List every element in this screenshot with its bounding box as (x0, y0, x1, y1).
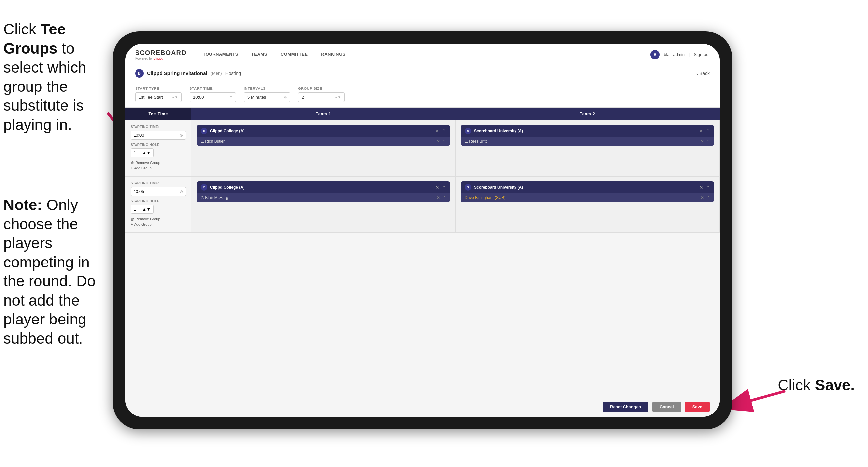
team1-expand-btn-1[interactable]: ⌃ (442, 128, 446, 133)
start-type-input[interactable]: 1st Tee Start ▲▼ (135, 92, 182, 102)
nav-links: TOURNAMENTS TEAMS COMMITTEE RANKINGS (196, 44, 650, 65)
group-size-input[interactable]: 2 ▲▼ (298, 92, 345, 102)
intervals-input[interactable]: 5 Minutes ⊙ (244, 92, 290, 102)
cancel-button[interactable]: Cancel (652, 402, 681, 412)
tee-side-panel-2: STARTING TIME: 10:05 ⊙ STARTING HOLE: 1 … (125, 177, 191, 232)
tee-group-row-2: STARTING TIME: 10:05 ⊙ STARTING HOLE: 1 … (125, 177, 720, 233)
breadcrumb: B Clippd Spring Invitational (Men) Hosti… (135, 69, 241, 78)
tee-group-row: STARTING TIME: 10:00 ⊙ STARTING HOLE: 1 … (125, 120, 720, 177)
start-type-stepper[interactable]: ▲▼ (171, 96, 178, 99)
team1-remove-btn-2[interactable]: ✕ (435, 185, 439, 189)
player-actions-2-2: ✕ ⌃ (701, 195, 710, 200)
team2-expand-btn-1[interactable]: ⌃ (706, 128, 710, 133)
team2-actions-1: ✕ ⌃ (700, 128, 710, 133)
breadcrumb-icon: B (135, 69, 144, 78)
starting-time-input-2[interactable]: 10:05 ⊙ (130, 187, 186, 196)
logo-powered: Powered by clippd (135, 57, 186, 60)
tee-table: Tee Time Team 1 Team 2 STARTING TIME: 10… (125, 108, 720, 397)
plus-icon: + (130, 166, 132, 170)
player-expand-icon[interactable]: ⌃ (443, 195, 446, 200)
start-time-label: Start Time (189, 87, 236, 90)
team1-card-header-2: C Clippd College (A) ✕ ⌃ (197, 181, 450, 193)
player-actions-1-1: ✕ ⌃ (437, 139, 446, 144)
player-expand-icon[interactable]: ⌃ (707, 195, 710, 200)
navbar: SCOREBOARD Powered by clippd TOURNAMENTS… (125, 44, 720, 65)
starting-time-input-1[interactable]: 10:00 ⊙ (130, 130, 186, 140)
instruction-top: Click Tee Groups to select which group t… (3, 20, 109, 134)
time-clock-icon: ⊙ (180, 133, 183, 138)
footer: Reset Changes Cancel Save (125, 397, 720, 417)
starting-hole-label-2: STARTING HOLE: (130, 199, 186, 203)
team2-panel-2: S Scoreboard University (A) ✕ ⌃ Dave Bil… (456, 177, 720, 232)
reset-changes-button[interactable]: Reset Changes (602, 402, 648, 412)
player-expand-icon[interactable]: ⌃ (443, 139, 446, 144)
starting-hole-input-2[interactable]: 1 ▲▼ (130, 205, 154, 214)
team2-expand-btn-2[interactable]: ⌃ (706, 185, 710, 189)
nav-tournaments[interactable]: TOURNAMENTS (196, 44, 245, 65)
player-remove-icon[interactable]: ✕ (437, 195, 440, 200)
add-group-button-2[interactable]: + Add Group (130, 223, 186, 226)
player-row: 1. Rich Butler ✕ ⌃ (197, 137, 450, 146)
team1-expand-btn-2[interactable]: ⌃ (442, 185, 446, 189)
starting-hole-label-1: STARTING HOLE: (130, 143, 186, 146)
trash-icon-2: 🗑 (130, 217, 134, 221)
nav-rankings[interactable]: RANKINGS (314, 44, 352, 65)
group-size-stepper[interactable]: ▲▼ (334, 96, 341, 99)
player-name-1-2: 2. Blair McHarg (201, 195, 434, 200)
remove-group-button-2[interactable]: 🗑 Remove Group (130, 217, 186, 221)
trash-icon: 🗑 (130, 161, 134, 165)
plus-icon-2: + (130, 223, 132, 226)
player-expand-icon[interactable]: ⌃ (707, 139, 710, 144)
team2-name-2: Scoreboard University (A) (474, 185, 697, 189)
team2-icon-1: S (465, 127, 471, 134)
start-type-group: Start Type 1st Tee Start ▲▼ (135, 87, 182, 102)
player-name-2-1: 1. Rees Britt (465, 139, 698, 144)
table-header: Tee Time Team 1 Team 2 (125, 108, 720, 120)
nav-committee[interactable]: COMMITTEE (274, 44, 315, 65)
player-remove-icon[interactable]: ✕ (437, 139, 440, 144)
team2-card-header-1: S Scoreboard University (A) ✕ ⌃ (461, 125, 714, 137)
player-remove-icon[interactable]: ✕ (701, 139, 704, 144)
col-team1: Team 1 (191, 108, 456, 120)
hole-stepper-2[interactable]: ▲▼ (142, 207, 151, 212)
start-time-stepper[interactable]: ⊙ (229, 96, 232, 99)
col-team2: Team 2 (456, 108, 720, 120)
hole-stepper-1[interactable]: ▲▼ (142, 150, 151, 155)
start-time-input[interactable]: 10:00 ⊙ (189, 92, 236, 102)
team2-name-1: Scoreboard University (A) (474, 128, 697, 133)
team1-panel-2: C Clippd College (A) ✕ ⌃ 2. Blair McHarg (191, 177, 456, 232)
player-remove-icon[interactable]: ✕ (701, 195, 704, 200)
starting-hole-input-1[interactable]: 1 ▲▼ (130, 148, 154, 157)
team2-remove-btn-2[interactable]: ✕ (700, 185, 703, 189)
player-actions-1-2: ✕ ⌃ (437, 195, 446, 200)
player-name-2-2: Dave Billingham (SUB) (465, 195, 698, 200)
tablet-device: SCOREBOARD Powered by clippd TOURNAMENTS… (113, 31, 732, 429)
user-avatar: B (650, 50, 660, 59)
tablet-screen: SCOREBOARD Powered by clippd TOURNAMENTS… (125, 44, 720, 417)
team2-card-1: S Scoreboard University (A) ✕ ⌃ 1. Rees … (461, 125, 714, 146)
player-row: 1. Rees Britt ✕ ⌃ (461, 137, 714, 146)
user-name: blair admin (663, 52, 685, 57)
tournament-gender: (Men) (211, 70, 222, 76)
intervals-stepper[interactable]: ⊙ (284, 96, 286, 99)
intervals-label: Intervals (244, 87, 290, 90)
tee-side-panel-1: STARTING TIME: 10:00 ⊙ STARTING HOLE: 1 … (125, 120, 191, 176)
save-button[interactable]: Save (685, 402, 710, 412)
team1-name-1: Clippd College (A) (210, 128, 433, 133)
team1-actions-1: ✕ ⌃ (435, 128, 446, 133)
team1-remove-btn-1[interactable]: ✕ (435, 128, 439, 133)
hosting-label: Hosting (225, 70, 241, 76)
team1-panel-1: C Clippd College (A) ✕ ⌃ 1. Rich Butler (191, 120, 456, 176)
player-actions-2-1: ✕ ⌃ (701, 139, 710, 144)
team2-actions-2: ✕ ⌃ (700, 185, 710, 189)
team2-remove-btn-1[interactable]: ✕ (700, 128, 703, 133)
group-size-label: Group Size (298, 87, 345, 90)
intervals-group: Intervals 5 Minutes ⊙ (244, 87, 290, 102)
sign-out-link[interactable]: Sign out (694, 52, 710, 57)
nav-teams[interactable]: TEAMS (245, 44, 274, 65)
starting-time-label-2: STARTING TIME: (130, 181, 186, 185)
add-group-button-1[interactable]: + Add Group (130, 166, 186, 170)
remove-group-button-1[interactable]: 🗑 Remove Group (130, 161, 186, 165)
back-button[interactable]: Back (696, 70, 710, 76)
col-tee-time: Tee Time (125, 108, 191, 120)
